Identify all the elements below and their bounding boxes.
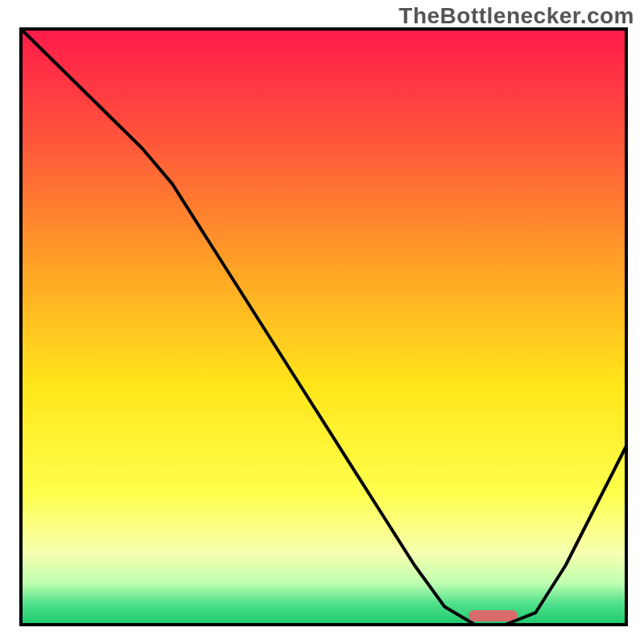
optimal-marker xyxy=(469,610,517,621)
watermark-label: TheBottlenecker.com xyxy=(398,3,634,29)
chart-container: TheBottlenecker.com xyxy=(0,0,644,644)
bottleneck-chart xyxy=(0,0,644,644)
